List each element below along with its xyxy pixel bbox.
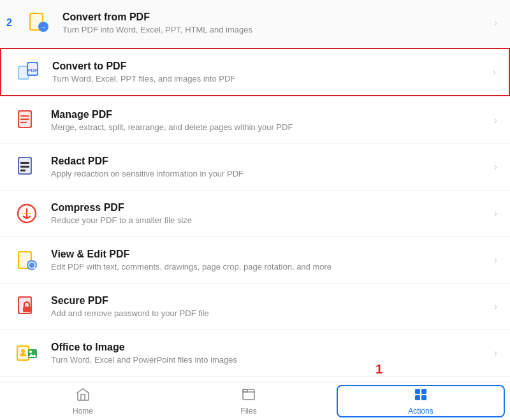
chevron-icon: › xyxy=(494,17,497,29)
redact-pdf-icon xyxy=(13,153,41,181)
svg-rect-12 xyxy=(20,119,29,120)
tab-home[interactable]: Home xyxy=(0,382,166,420)
svg-rect-11 xyxy=(20,115,29,117)
menu-list: 2 → Convert from PDF Turn PDF into Word,… xyxy=(0,0,510,382)
office-to-image-subtitle: Turn Word, Excel and PowerPoint files in… xyxy=(51,355,488,365)
redact-pdf-text: Redact PDF Apply redaction on sensitive … xyxy=(51,156,488,178)
chevron-icon: › xyxy=(494,208,497,219)
secure-pdf-icon xyxy=(13,293,41,321)
svg-point-34 xyxy=(21,349,25,353)
tab-bar: Home Files xyxy=(0,382,510,420)
tab-home-label: Home xyxy=(73,407,93,416)
office-to-image-title: Office to Image xyxy=(51,342,488,353)
svg-rect-17 xyxy=(20,166,29,168)
svg-rect-38 xyxy=(243,389,247,392)
compress-pdf-icon xyxy=(13,199,41,228)
svg-rect-41 xyxy=(415,395,420,400)
tab-files-label: Files xyxy=(240,407,256,416)
menu-item-redact-pdf[interactable]: Redact PDF Apply redaction on sensitive … xyxy=(0,144,510,191)
convert-from-pdf-icon: → xyxy=(24,9,52,37)
office-to-image-text: Office to Image Turn Word, Excel and Pow… xyxy=(51,342,488,365)
compress-pdf-text: Compress PDF Reduce your PDF to a smalle… xyxy=(51,202,488,225)
menu-item-convert-from-pdf[interactable]: 2 → Convert from PDF Turn PDF into Word,… xyxy=(0,0,510,47)
manage-pdf-title: Manage PDF xyxy=(51,109,488,120)
svg-text:PDF: PDF xyxy=(27,68,38,73)
convert-from-pdf-subtitle: Turn PDF into Word, Excel, PPT, HTML and… xyxy=(62,25,488,34)
convert-to-pdf-subtitle: Turn Word, Excel, PPT files, and images … xyxy=(52,74,486,83)
secure-pdf-title: Secure PDF xyxy=(51,295,488,307)
tab-files[interactable]: Files xyxy=(166,382,332,420)
svg-rect-42 xyxy=(421,395,426,400)
menu-item-manage-pdf[interactable]: Manage PDF Merge, extract, split, rearra… xyxy=(0,98,510,144)
view-edit-pdf-subtitle: Edit PDF with text, comments, drawings, … xyxy=(51,262,488,272)
redact-pdf-subtitle: Apply redaction on sensitive information… xyxy=(51,169,488,178)
menu-item-view-edit-pdf[interactable]: View & Edit PDF Edit PDF with text, comm… xyxy=(0,237,510,284)
view-edit-pdf-icon xyxy=(13,246,41,274)
office-to-image-icon xyxy=(13,339,41,367)
manage-pdf-icon xyxy=(13,106,41,134)
svg-rect-13 xyxy=(20,122,27,123)
convert-from-pdf-title: Convert from PDF xyxy=(62,11,488,23)
compress-pdf-title: Compress PDF xyxy=(51,202,488,214)
view-edit-pdf-title: View & Edit PDF xyxy=(51,249,488,260)
menu-item-compress-pdf[interactable]: Compress PDF Reduce your PDF to a smalle… xyxy=(0,191,510,237)
view-edit-pdf-text: View & Edit PDF Edit PDF with text, comm… xyxy=(51,249,488,272)
convert-to-pdf-title: Convert to PDF xyxy=(52,61,486,72)
chevron-icon: › xyxy=(494,347,497,359)
chevron-icon: › xyxy=(494,301,497,312)
menu-item-secure-pdf[interactable]: Secure PDF Add and remove password to yo… xyxy=(0,284,510,330)
redact-pdf-title: Redact PDF xyxy=(51,156,488,167)
actions-icon xyxy=(413,387,428,404)
svg-text:→: → xyxy=(40,24,47,31)
step1-indicator: 1 xyxy=(375,362,382,377)
svg-rect-37 xyxy=(243,389,254,400)
home-icon xyxy=(75,387,91,404)
secure-pdf-text: Secure PDF Add and remove password to yo… xyxy=(51,295,488,318)
svg-rect-39 xyxy=(415,389,420,394)
chevron-icon: › xyxy=(494,115,497,126)
menu-item-convert-to-pdf[interactable]: PDF Convert to PDF Turn Word, Excel, PPT… xyxy=(0,48,510,96)
chevron-icon: › xyxy=(493,66,496,78)
svg-rect-40 xyxy=(421,389,426,394)
convert-from-pdf-text: Convert from PDF Turn PDF into Word, Exc… xyxy=(62,11,488,34)
manage-pdf-text: Manage PDF Merge, extract, split, rearra… xyxy=(51,109,488,132)
menu-item-office-to-image[interactable]: Office to Image Turn Word, Excel and Pow… xyxy=(0,330,510,377)
svg-rect-16 xyxy=(20,162,29,164)
svg-rect-18 xyxy=(20,170,26,171)
svg-point-36 xyxy=(29,351,32,353)
files-icon xyxy=(241,387,256,404)
tab-actions-label: Actions xyxy=(408,407,433,416)
convert-to-pdf-icon: PDF xyxy=(14,58,42,86)
manage-pdf-subtitle: Merge, extract, split, rearrange, and de… xyxy=(51,122,488,132)
secure-pdf-subtitle: Add and remove password to your PDF file xyxy=(51,308,488,318)
convert-to-pdf-text: Convert to PDF Turn Word, Excel, PPT fil… xyxy=(52,61,486,83)
chevron-icon: › xyxy=(494,161,497,173)
compress-pdf-subtitle: Reduce your PDF to a smaller file size xyxy=(51,215,488,225)
svg-rect-5 xyxy=(19,67,28,78)
chevron-icon: › xyxy=(494,254,497,266)
tab-bar-wrapper: Home Files xyxy=(0,382,510,420)
tab-actions[interactable]: Actions xyxy=(337,385,505,417)
svg-rect-31 xyxy=(23,307,31,312)
step2-badge: 2 xyxy=(6,17,12,29)
